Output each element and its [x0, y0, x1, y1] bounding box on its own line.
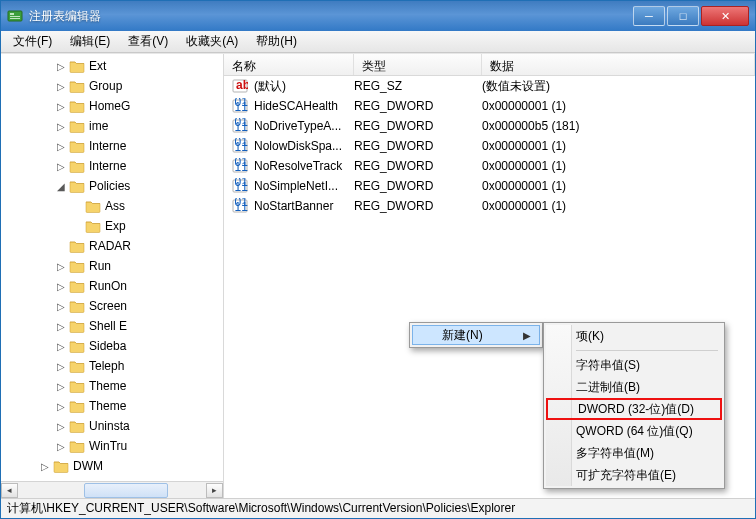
menu-view[interactable]: 查看(V)	[120, 31, 176, 52]
registry-tree[interactable]: ▷Ext▷Group▷HomeG▷ime▷Interne▷Interne◢Pol…	[1, 54, 223, 498]
menubar: 文件(F) 编辑(E) 查看(V) 收藏夹(A) 帮助(H)	[1, 31, 755, 53]
expand-toggle-icon[interactable]: ◢	[55, 181, 67, 192]
value-row[interactable]: 011110HideSCAHealthREG_DWORD0x00000001 (…	[224, 96, 755, 116]
expand-toggle-icon[interactable]: ▷	[55, 161, 67, 172]
col-type[interactable]: 类型	[354, 54, 482, 75]
col-data[interactable]: 数据	[482, 54, 755, 75]
ctx-new-string[interactable]: 字符串值(S)	[546, 354, 722, 376]
folder-icon	[69, 139, 85, 153]
value-type-icon: 011110	[230, 138, 250, 154]
tree-node[interactable]: Exp	[1, 216, 223, 236]
expand-toggle-icon[interactable]: ▷	[55, 301, 67, 312]
tree-node[interactable]: ▷ime	[1, 116, 223, 136]
tree-hscrollbar[interactable]: ◂ ▸	[1, 481, 223, 498]
value-row[interactable]: 011110NoStartBannerREG_DWORD0x00000001 (…	[224, 196, 755, 216]
tree-node[interactable]: ▷Group	[1, 76, 223, 96]
tree-node[interactable]: ▷Interne	[1, 136, 223, 156]
close-button[interactable]: ✕	[701, 6, 749, 26]
expand-toggle-icon[interactable]: ▷	[55, 341, 67, 352]
folder-icon	[69, 319, 85, 333]
value-type: REG_SZ	[354, 79, 482, 93]
tree-node[interactable]: ▷Theme	[1, 396, 223, 416]
scroll-left-button[interactable]: ◂	[1, 483, 18, 498]
expand-toggle-icon[interactable]: ▷	[55, 441, 67, 452]
expand-toggle-icon[interactable]: ▷	[55, 61, 67, 72]
svg-text:110: 110	[235, 160, 249, 174]
value-data: 0x000000b5 (181)	[482, 119, 755, 133]
expand-toggle-icon[interactable]: ▷	[55, 401, 67, 412]
expand-toggle-icon[interactable]: ▷	[39, 461, 51, 472]
expand-toggle-icon[interactable]: ▷	[55, 261, 67, 272]
maximize-button[interactable]: □	[667, 6, 699, 26]
values-pane: 名称 类型 数据 ab(默认)REG_SZ(数值未设置)011110HideSC…	[224, 54, 755, 498]
expand-toggle-icon[interactable]: ▷	[55, 321, 67, 332]
value-row[interactable]: 011110NoSimpleNetI...REG_DWORD0x00000001…	[224, 176, 755, 196]
expand-toggle-icon[interactable]: ▷	[55, 381, 67, 392]
tree-node[interactable]: ◢Policies	[1, 176, 223, 196]
col-name[interactable]: 名称	[224, 54, 354, 75]
tree-node[interactable]: ▷Theme	[1, 376, 223, 396]
value-row[interactable]: 011110NolowDiskSpa...REG_DWORD0x00000001…	[224, 136, 755, 156]
expand-toggle-icon[interactable]: ▷	[55, 421, 67, 432]
tree-node-label: Ass	[105, 199, 125, 213]
tree-node[interactable]: ▷Ext	[1, 56, 223, 76]
tree-node[interactable]: ▷WinTru	[1, 436, 223, 456]
folder-icon	[69, 379, 85, 393]
folder-icon	[69, 79, 85, 93]
tree-node[interactable]: Ass	[1, 196, 223, 216]
tree-node-label: Theme	[89, 399, 126, 413]
ctx-new-dword[interactable]: DWORD (32-位)值(D)	[546, 398, 722, 420]
value-name: NoSimpleNetI...	[250, 179, 354, 193]
tree-node[interactable]: ▷Shell E	[1, 316, 223, 336]
value-data: 0x00000001 (1)	[482, 159, 755, 173]
tree-node[interactable]: RADAR	[1, 236, 223, 256]
tree-node[interactable]: ▷Interne	[1, 156, 223, 176]
tree-node-label: Policies	[89, 179, 130, 193]
menu-help[interactable]: 帮助(H)	[248, 31, 305, 52]
value-type-icon: 011110	[230, 158, 250, 174]
ctx-new[interactable]: 新建(N) ▶	[412, 325, 540, 345]
menu-favorites[interactable]: 收藏夹(A)	[178, 31, 246, 52]
minimize-button[interactable]: ─	[633, 6, 665, 26]
tree-node[interactable]: ▷Sideba	[1, 336, 223, 356]
titlebar[interactable]: 注册表编辑器 ─ □ ✕	[1, 1, 755, 31]
tree-node[interactable]: ▷HomeG	[1, 96, 223, 116]
tree-node[interactable]: ▷RunOn	[1, 276, 223, 296]
folder-icon	[69, 259, 85, 273]
expand-toggle-icon[interactable]: ▷	[55, 141, 67, 152]
value-type-icon: 011110	[230, 118, 250, 134]
context-menu: 新建(N) ▶	[409, 322, 543, 348]
tree-node[interactable]: ▷Screen	[1, 296, 223, 316]
value-row[interactable]: ab(默认)REG_SZ(数值未设置)	[224, 76, 755, 96]
expand-toggle-icon[interactable]: ▷	[55, 361, 67, 372]
scroll-right-button[interactable]: ▸	[206, 483, 223, 498]
scroll-thumb[interactable]	[84, 483, 168, 498]
value-data: 0x00000001 (1)	[482, 139, 755, 153]
value-name: NoDriveTypeA...	[250, 119, 354, 133]
tree-node[interactable]: ▷Teleph	[1, 356, 223, 376]
tree-node-label: Exp	[105, 219, 126, 233]
expand-toggle-icon[interactable]: ▷	[55, 81, 67, 92]
tree-node[interactable]: ▷Run	[1, 256, 223, 276]
scroll-track[interactable]	[19, 483, 205, 498]
menu-edit[interactable]: 编辑(E)	[62, 31, 118, 52]
value-type: REG_DWORD	[354, 179, 482, 193]
expand-toggle-icon[interactable]: ▷	[55, 281, 67, 292]
menu-file[interactable]: 文件(F)	[5, 31, 60, 52]
value-row[interactable]: 011110NoDriveTypeA...REG_DWORD0x000000b5…	[224, 116, 755, 136]
value-name: NoStartBanner	[250, 199, 354, 213]
ctx-new-multistring[interactable]: 多字符串值(M)	[546, 442, 722, 464]
svg-rect-2	[10, 16, 20, 17]
tree-node[interactable]: ▷Uninsta	[1, 416, 223, 436]
value-row[interactable]: 011110NoResolveTrackREG_DWORD0x00000001 …	[224, 156, 755, 176]
value-type: REG_DWORD	[354, 139, 482, 153]
ctx-new-key[interactable]: 项(K)	[546, 325, 722, 347]
ctx-new-expandstring[interactable]: 可扩充字符串值(E)	[546, 464, 722, 486]
ctx-new-qword[interactable]: QWORD (64 位)值(Q)	[546, 420, 722, 442]
tree-node[interactable]: ▷DWM	[1, 456, 223, 476]
tree-node-label: Uninsta	[89, 419, 130, 433]
expand-toggle-icon[interactable]: ▷	[55, 101, 67, 112]
expand-toggle-icon[interactable]: ▷	[55, 121, 67, 132]
ctx-new-binary[interactable]: 二进制值(B)	[546, 376, 722, 398]
svg-text:ab: ab	[236, 78, 248, 92]
